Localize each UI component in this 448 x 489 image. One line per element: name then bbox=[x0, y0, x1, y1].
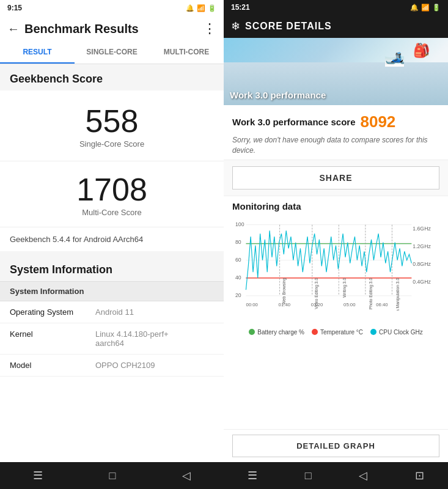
svg-text:0.4GHz: 0.4GHz bbox=[413, 279, 431, 285]
menu-button[interactable]: ⋮ bbox=[203, 21, 216, 37]
svg-text:100: 100 bbox=[235, 221, 244, 227]
back-nav-icon[interactable]: ◁ bbox=[182, 469, 191, 482]
chart-container: 100 80 60 40 20 1.6GHz 1.2GHz 0.8GHz 0.4… bbox=[224, 216, 448, 326]
tab-multi-core[interactable]: MULTI-CORE bbox=[149, 42, 224, 64]
home-nav-icon-right[interactable]: □ bbox=[305, 469, 312, 482]
nav-bar-right: ☰ □ ◁ ⊡ bbox=[224, 462, 448, 489]
menu-nav-icon[interactable]: ☰ bbox=[33, 469, 43, 482]
kernel-key: Kernel bbox=[10, 329, 95, 339]
skier-icon: 🎿 bbox=[384, 47, 405, 67]
monitoring-chart: 100 80 60 40 20 1.6GHz 1.2GHz 0.8GHz 0.4… bbox=[230, 219, 442, 311]
svg-text:03:20: 03:20 bbox=[311, 302, 323, 307]
tabs-bar: RESULT SINGLE-CORE MULTI-CORE bbox=[0, 42, 224, 64]
cpu-legend-label: CPU Clock GHz bbox=[379, 329, 423, 336]
single-core-score: 558 bbox=[79, 105, 144, 137]
battery-icon: 🔋 bbox=[208, 4, 216, 12]
sys-info-header-text: System Information bbox=[10, 263, 214, 276]
page-title: Benchmark Results bbox=[24, 22, 198, 36]
svg-text:Data Manipulation 3.0: Data Manipulation 3.0 bbox=[395, 278, 400, 310]
left-panel: 9:15 🔔 📶 🔋 ← Benchmark Results ⋮ RESULT … bbox=[0, 0, 224, 489]
temp-legend-dot bbox=[312, 329, 318, 335]
single-core-label: Single-Core Score bbox=[79, 139, 144, 149]
kernel-value: Linux 4.14.180-perf+aarch64 bbox=[95, 329, 214, 348]
battery-icon-right: 🔋 bbox=[432, 4, 441, 12]
svg-text:1.6GHz: 1.6GHz bbox=[413, 226, 431, 232]
scores-container: 558 Single-Core Score 1708 Multi-Core Sc… bbox=[0, 90, 224, 227]
svg-text:Web Browsing: Web Browsing bbox=[282, 278, 287, 304]
sys-row-os: Operating System Android 11 bbox=[0, 301, 224, 323]
battery-legend-label: Battery charge % bbox=[257, 329, 304, 336]
score-details-label: Work 3.0 performance score bbox=[232, 117, 355, 127]
os-value: Android 11 bbox=[95, 307, 214, 317]
score-details-value: 8092 bbox=[360, 112, 395, 131]
svg-text:05:00: 05:00 bbox=[343, 302, 355, 307]
status-bar-left: 9:15 🔔 📶 🔋 bbox=[0, 0, 224, 16]
model-key: Model bbox=[10, 361, 95, 370]
wifi-icon-right: 📶 bbox=[421, 4, 430, 12]
multi-core-score-item: 1708 Multi-Core Score bbox=[76, 174, 147, 217]
legend-cpu: CPU Clock GHz bbox=[370, 329, 423, 336]
svg-text:Photo Editing 3.0: Photo Editing 3.0 bbox=[369, 278, 374, 309]
backpack-icon: 🎒 bbox=[413, 43, 430, 59]
sys-info-section-header: System Information bbox=[0, 255, 224, 281]
back-nav-icon-right[interactable]: ◁ bbox=[359, 469, 367, 482]
tab-single-core[interactable]: SINGLE-CORE bbox=[75, 42, 149, 64]
status-bar-right: 15:21 🔔 📶 🔋 bbox=[224, 0, 448, 15]
menu-nav-icon-right[interactable]: ☰ bbox=[248, 469, 257, 482]
tab-result[interactable]: RESULT bbox=[0, 42, 75, 64]
svg-text:80: 80 bbox=[235, 238, 241, 244]
cpu-legend-dot bbox=[370, 329, 376, 335]
model-value: OPPO CPH2109 bbox=[95, 361, 214, 370]
notification-icon: 🔔 bbox=[186, 4, 194, 12]
score-details-title: SCORE DETAILS bbox=[245, 21, 332, 32]
monitoring-title: Monitoring data bbox=[232, 201, 439, 211]
svg-text:60: 60 bbox=[235, 256, 241, 262]
geekbench-version: Geekbench 5.4.4 for Android AArch64 bbox=[0, 227, 224, 255]
nav-bar-left: ☰ □ ◁ bbox=[0, 462, 224, 489]
svg-text:40: 40 bbox=[235, 274, 241, 280]
multi-core-label: Multi-Core Score bbox=[76, 208, 147, 217]
hero-label: Work 3.0 performance bbox=[230, 90, 326, 100]
status-icons-left: 🔔 📶 🔋 bbox=[186, 4, 216, 12]
system-table: System Information Operating System Andr… bbox=[0, 281, 224, 377]
detailed-graph-button[interactable]: DETAILED GRAPH bbox=[232, 435, 439, 457]
score-details-header: ❄ SCORE DETAILS bbox=[224, 15, 448, 38]
back-button[interactable]: ← bbox=[7, 22, 20, 36]
score-details-row: Work 3.0 performance score 8092 bbox=[232, 112, 439, 131]
time-right: 15:21 bbox=[231, 3, 250, 12]
svg-text:00:00: 00:00 bbox=[246, 302, 257, 307]
monitoring-section: Monitoring data bbox=[224, 196, 448, 216]
home-nav-icon[interactable]: □ bbox=[109, 469, 116, 482]
right-panel: 15:21 🔔 📶 🔋 ❄ SCORE DETAILS 🎿 🎒 Work 3.0… bbox=[224, 0, 448, 489]
snowflake-icon: ❄ bbox=[231, 20, 240, 33]
status-icons-right: 🔔 📶 🔋 bbox=[410, 4, 441, 12]
chart-legend: Battery charge % Temperature °C CPU Cloc… bbox=[224, 326, 448, 339]
svg-text:Writing 3.0: Writing 3.0 bbox=[342, 278, 347, 297]
share-button-container: SHARE bbox=[224, 160, 448, 196]
multi-core-score: 1708 bbox=[76, 174, 147, 205]
single-core-score-item: 558 Single-Core Score bbox=[79, 105, 144, 149]
svg-text:06:40: 06:40 bbox=[376, 302, 387, 307]
recent-nav-icon-right[interactable]: ⊡ bbox=[415, 469, 424, 482]
detailed-graph-button-container: DETAILED GRAPH bbox=[224, 429, 448, 462]
svg-text:01:40: 01:40 bbox=[279, 302, 290, 307]
sys-row-model: Model OPPO CPH2109 bbox=[0, 355, 224, 377]
battery-legend-dot bbox=[249, 329, 255, 335]
svg-text:20: 20 bbox=[235, 292, 241, 298]
sys-table-header: System Information bbox=[0, 281, 224, 301]
share-button[interactable]: SHARE bbox=[232, 166, 439, 189]
score-divider bbox=[0, 161, 224, 161]
wifi-icon: 📶 bbox=[197, 4, 205, 12]
svg-text:1.2GHz: 1.2GHz bbox=[413, 243, 431, 249]
geekbench-header-text: Geekbench Score bbox=[10, 73, 214, 86]
geekbench-section-header: Geekbench Score bbox=[0, 64, 224, 90]
toolbar-left: ← Benchmark Results ⋮ bbox=[0, 16, 224, 42]
notification-icon-right: 🔔 bbox=[410, 4, 419, 12]
sorry-text: Sorry, we don't have enough data to comp… bbox=[232, 135, 439, 156]
legend-temperature: Temperature °C bbox=[312, 329, 363, 336]
svg-text:0.8GHz: 0.8GHz bbox=[413, 261, 431, 267]
score-details-section: Work 3.0 performance score 8092 Sorry, w… bbox=[224, 105, 448, 160]
sys-row-kernel: Kernel Linux 4.14.180-perf+aarch64 bbox=[0, 323, 224, 355]
temp-legend-label: Temperature °C bbox=[320, 329, 363, 336]
os-key: Operating System bbox=[10, 307, 95, 317]
